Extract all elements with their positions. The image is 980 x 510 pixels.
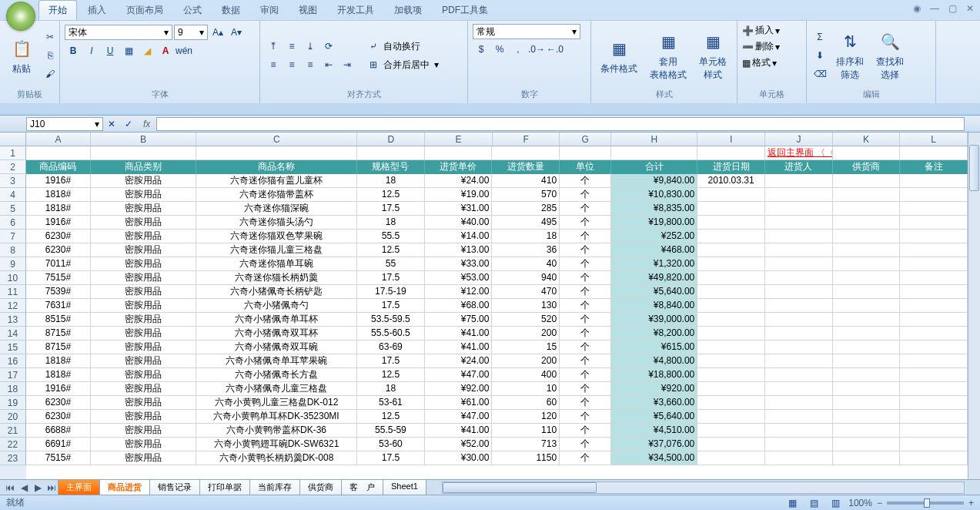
cell[interactable]: 备注 [900,160,968,174]
cell[interactable]: ¥24.00 [425,174,493,188]
cell[interactable]: 密胺用品 [91,424,196,438]
cell[interactable]: 密胺用品 [91,285,196,299]
view-normal-button[interactable]: ▦ [784,495,801,511]
cell[interactable] [765,382,833,396]
ribbon-tab-1[interactable]: 插入 [79,1,115,20]
cell[interactable] [765,230,833,243]
cell[interactable] [697,451,765,465]
zoom-level[interactable]: 100% [848,498,872,508]
cell[interactable]: 个 [560,313,611,327]
col-header-J[interactable]: J [765,133,833,146]
sheet-tab-0[interactable]: 主界面 [58,479,100,495]
cell[interactable]: 6230# [26,410,91,424]
cell[interactable]: 53.5-59.5 [357,313,425,327]
row-header-3[interactable]: 3 [0,174,26,188]
cell[interactable] [833,341,901,354]
cell[interactable]: 1818# [26,188,91,202]
cell[interactable] [833,174,901,188]
indent-dec-button[interactable]: ⇤ [320,56,337,73]
row-header-21[interactable]: 21 [0,424,26,438]
cell[interactable]: ¥252.00 [611,230,697,243]
col-header-F[interactable]: F [493,133,560,146]
cell[interactable]: ¥8,200.00 [611,327,697,341]
cell[interactable] [900,174,968,188]
cell[interactable]: 个 [560,410,611,424]
format-painter-button[interactable]: 🖌 [42,65,59,82]
cell[interactable]: ¥18,800.00 [611,368,697,382]
cell[interactable]: 六奇小黄鸭单耳杯DK-35230MI [196,410,357,424]
row-header-17[interactable]: 17 [0,368,26,382]
cell[interactable]: 六奇小猪佩奇勺 [196,299,357,313]
cell[interactable]: 个 [560,424,611,438]
cell[interactable]: 六奇小黄鸭儿童三格盘DK-012 [196,396,357,410]
col-header-G[interactable]: G [560,133,611,146]
ribbon-tab-9[interactable]: PDF工具集 [433,1,497,20]
cell[interactable] [765,327,833,341]
cell[interactable]: ¥52.00 [425,438,493,451]
cell[interactable] [697,202,765,216]
cell-styles-button[interactable]: ▦单元格 样式 [694,26,731,85]
cell[interactable]: 密胺用品 [91,354,196,368]
cell[interactable] [492,146,560,160]
cell[interactable] [833,368,901,382]
sheet-tab-1[interactable]: 商品进货 [99,479,150,495]
cell[interactable] [900,396,968,410]
cell[interactable] [425,146,493,160]
format-cells-button[interactable]: ▦格式▾ [742,56,801,69]
cell[interactable]: 17.5 [357,451,425,465]
cell[interactable] [765,243,833,257]
align-middle-button[interactable]: ≡ [283,38,300,55]
cell[interactable]: 55.5-59 [357,424,425,438]
cell[interactable]: 17.5 [357,202,425,216]
cell[interactable]: 六奇小猪佩奇单耳苹果碗 [196,354,357,368]
name-box[interactable]: J10▾ [26,117,103,131]
cell[interactable]: 40 [492,257,560,271]
cell[interactable] [900,146,968,160]
col-header-H[interactable]: H [611,133,697,146]
cell[interactable] [697,285,765,299]
cell[interactable]: ¥33.00 [425,257,493,271]
cell[interactable] [697,368,765,382]
cell[interactable]: 个 [560,368,611,382]
cell[interactable] [697,341,765,354]
cell[interactable]: 六奇迷你猫儿童三格盘 [196,243,357,257]
cell[interactable] [900,313,968,327]
cell[interactable]: ¥40.00 [425,216,493,230]
cell[interactable]: 个 [560,396,611,410]
cell[interactable] [900,424,968,438]
align-left-button[interactable]: ≡ [265,56,282,73]
cell[interactable]: ¥47.00 [425,410,493,424]
cell[interactable]: ¥31.00 [425,202,493,216]
cell[interactable]: 个 [560,299,611,313]
cell[interactable]: ¥30.00 [425,451,493,465]
cell[interactable]: 7539# [26,285,91,299]
cell[interactable]: 17.5 [357,299,425,313]
return-link[interactable]: 返回主界面 〈〈 [765,146,833,160]
cell[interactable]: 60 [492,396,560,410]
zoom-out-button[interactable]: − [877,498,882,508]
cell[interactable]: 六奇迷你猫双色苹果碗 [196,230,357,243]
cell[interactable]: ¥53.00 [425,271,493,285]
cell[interactable] [765,202,833,216]
cell[interactable]: 六奇小猪佩奇长柄铲匙 [196,285,357,299]
cell[interactable]: 个 [560,257,611,271]
row-header-18[interactable]: 18 [0,382,26,396]
restore-icon[interactable]: ▢ [948,3,957,14]
row-header-11[interactable]: 11 [0,285,26,299]
cell[interactable]: 7515# [26,271,91,285]
row-header-9[interactable]: 9 [0,257,26,271]
sheet-tab-5[interactable]: 供货商 [299,479,342,495]
cell[interactable]: 1818# [26,354,91,368]
cell[interactable]: ¥12.00 [425,285,493,299]
cell[interactable]: 12.5 [357,368,425,382]
formula-bar[interactable] [156,117,965,131]
cell[interactable]: 6230# [26,396,91,410]
orientation-button[interactable]: ⟳ [320,38,337,55]
cell[interactable]: 17.5 [357,271,425,285]
find-select-button[interactable]: 🔍查找和 选择 [871,26,908,85]
cell[interactable] [196,146,357,160]
cell[interactable] [765,174,833,188]
row-header-5[interactable]: 5 [0,202,26,216]
ribbon-tab-8[interactable]: 加载项 [385,1,431,20]
cell[interactable] [900,230,968,243]
